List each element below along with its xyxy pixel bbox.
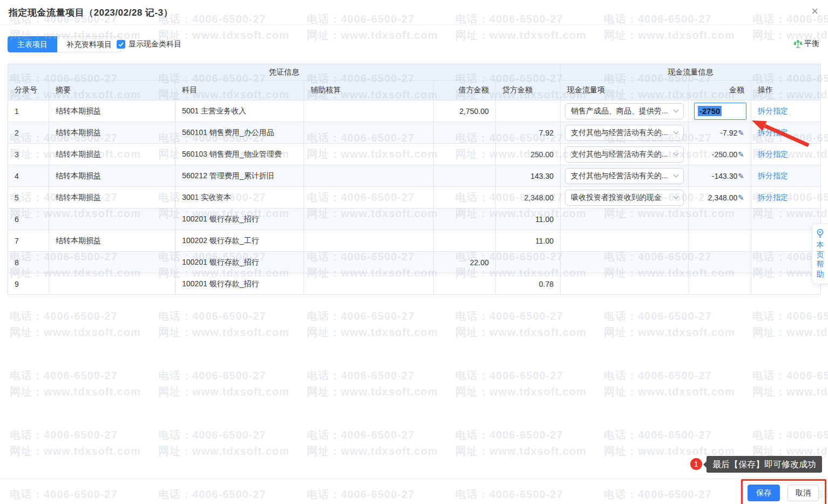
column-header: 操作	[751, 80, 821, 100]
balance-scale-icon	[793, 39, 803, 49]
watermark-text: 电话：4006-6500-27	[10, 309, 118, 324]
split-assign-link[interactable]: 拆分指定	[758, 171, 788, 180]
watermark-text: 网址：www.tdxsoft.com	[752, 385, 828, 399]
help-label: 本页帮助	[816, 240, 825, 279]
credit-amount-cell: 143.30	[496, 165, 561, 187]
checkbox-checked-icon[interactable]	[117, 40, 125, 49]
watermark-text: 网址：www.tdxsoft.com	[604, 385, 735, 399]
entry-no-cell: 5	[8, 187, 49, 209]
credit-amount-cell: 7.92	[496, 122, 561, 144]
entry-row: 8100201 银行存款_招行22.00	[8, 252, 821, 273]
split-assign-link[interactable]: 拆分指定	[758, 193, 788, 201]
debit-amount-cell: 2,750.00	[434, 100, 496, 122]
flow-amount-cell	[689, 230, 751, 252]
column-header: 科目	[176, 80, 304, 100]
split-assign-link[interactable]: 拆分指定	[758, 150, 788, 158]
flow-amount-value: -250.00	[712, 150, 737, 159]
checkbox-label: 显示现金类科目	[129, 39, 181, 49]
amount-input[interactable]: -2750	[694, 103, 746, 120]
toolbar: 主表项目 补充资料项目 显示现金类科目 平衡	[0, 36, 828, 52]
flow-item-select[interactable]: 吸收投资者投资收到的现金	[565, 190, 684, 206]
flow-amount-cell	[689, 273, 751, 295]
flow-item-cell	[561, 230, 689, 252]
tab-main-items[interactable]: 主表项目	[8, 36, 57, 52]
summary-cell	[49, 273, 176, 295]
entry-row: 2结转本期损益560101 销售费用_办公用品7.92支付其他与经营活动有关的.…	[8, 122, 821, 144]
account-cell: 560212 管理费用_累计折旧	[176, 165, 304, 187]
flow-item-select[interactable]: 支付其他与经营活动有关的...	[565, 168, 684, 184]
action-cell	[751, 230, 821, 252]
action-cell: 拆分指定	[751, 100, 821, 122]
watermark-text: 网址：www.tdxsoft.com	[455, 325, 587, 340]
account-cell: 100201 银行存款_招行	[176, 252, 304, 273]
split-assign-link[interactable]: 拆分指定	[758, 128, 788, 137]
edit-pencil-icon[interactable]: ✎	[738, 193, 744, 202]
help-button[interactable]: 本页帮助	[812, 224, 828, 284]
watermark-text: 电话：4006-6500-27	[604, 428, 712, 442]
debit-amount-cell: 22.00	[434, 252, 496, 273]
flow-item-select[interactable]: 销售产成品、商品、提供劳...	[565, 103, 684, 119]
aux-accounting-cell	[304, 252, 434, 273]
flow-item-value: 支付其他与经营活动有关的...	[571, 128, 668, 138]
debit-amount-cell	[434, 165, 496, 187]
account-cell: 100202 银行存款_工行	[176, 230, 304, 252]
flow-item-select[interactable]: 支付其他与经营活动有关的...	[565, 146, 684, 163]
entry-no-cell: 7	[8, 230, 49, 252]
balance-label: 平衡	[804, 39, 819, 49]
summary-cell: 结转本期损益	[49, 100, 176, 122]
amount-input-selected-text: -2750	[698, 106, 722, 116]
flow-amount-cell: -7.92✎	[689, 122, 751, 144]
watermark-text: 电话：4006-6500-27	[10, 368, 118, 383]
voucher-table: 凭证信息 现金流量信息 分录号摘要科目辅助核算借方金额贷方金额现金流量项金额操作…	[8, 64, 820, 295]
watermark-text: 电话：4006-6500-27	[158, 309, 266, 324]
entry-no-cell: 9	[8, 273, 49, 295]
watermark-text: 网址：www.tdxsoft.com	[752, 325, 828, 340]
flow-item-cell: 吸收投资者投资收到的现金	[561, 187, 689, 209]
credit-amount-cell: 11.00	[496, 209, 561, 230]
account-cell: 5001 主营业务收入	[176, 100, 304, 122]
close-icon[interactable]: ×	[811, 5, 818, 18]
save-button[interactable]: 保存	[748, 485, 780, 501]
action-cell: 拆分指定	[751, 187, 821, 209]
chevron-down-icon	[674, 151, 679, 156]
edit-pencil-icon[interactable]: ✎	[738, 150, 744, 159]
account-cell: 3001 实收资本	[176, 187, 304, 209]
entry-no-cell: 1	[8, 100, 49, 122]
credit-amount-cell: 2,348.00	[496, 187, 561, 209]
cancel-button[interactable]: 取消	[787, 485, 819, 501]
watermark-text: 网址：www.tdxsoft.com	[10, 444, 141, 459]
flow-item-value: 支付其他与经营活动有关的...	[571, 150, 668, 159]
watermark-text: 网址：www.tdxsoft.com	[158, 385, 290, 399]
debit-amount-cell	[434, 144, 496, 165]
balance-indicator: 平衡	[793, 39, 819, 49]
watermark-text: 网址：www.tdxsoft.com	[604, 325, 735, 340]
split-assign-link[interactable]: 拆分指定	[758, 106, 788, 115]
flow-item-value: 销售产成品、商品、提供劳...	[571, 106, 668, 116]
flow-amount-cell	[689, 209, 751, 230]
footer-divider	[0, 479, 828, 479]
flow-item-cell	[561, 209, 689, 230]
lightbulb-icon	[815, 228, 825, 238]
show-cash-accounts-checkbox[interactable]: 显示现金类科目	[117, 39, 181, 49]
entry-no-cell: 6	[8, 209, 49, 230]
edit-pencil-icon[interactable]: ✎	[738, 172, 744, 180]
summary-cell: 结转本期损益	[49, 144, 176, 165]
chevron-down-icon	[674, 194, 679, 199]
edit-pencil-icon[interactable]: ✎	[738, 129, 744, 137]
flow-amount-value: -7.92	[720, 129, 737, 137]
watermark-text: 电话：4006-6500-27	[307, 487, 415, 502]
watermark-text: 电话：4006-6500-27	[307, 428, 415, 442]
flow-amount-value: -143.30	[712, 172, 737, 180]
summary-cell	[49, 252, 176, 273]
flow-item-select[interactable]: 支付其他与经营活动有关的...	[565, 125, 684, 141]
summary-cell	[49, 209, 176, 230]
entry-row: 9100201 银行存款_招行0.78	[8, 273, 821, 295]
aux-accounting-cell	[304, 100, 434, 122]
tab-supplementary-items[interactable]: 补充资料项目	[57, 36, 122, 52]
entry-row: 6100201 银行存款_招行11.00	[8, 209, 821, 230]
watermark-text: 电话：4006-6500-27	[604, 487, 712, 502]
action-cell: 拆分指定	[751, 165, 821, 187]
entry-row: 3结转本期损益560103 销售费用_物业管理费250.00支付其他与经营活动有…	[8, 144, 821, 165]
entry-no-cell: 3	[8, 144, 49, 165]
action-cell	[751, 209, 821, 230]
